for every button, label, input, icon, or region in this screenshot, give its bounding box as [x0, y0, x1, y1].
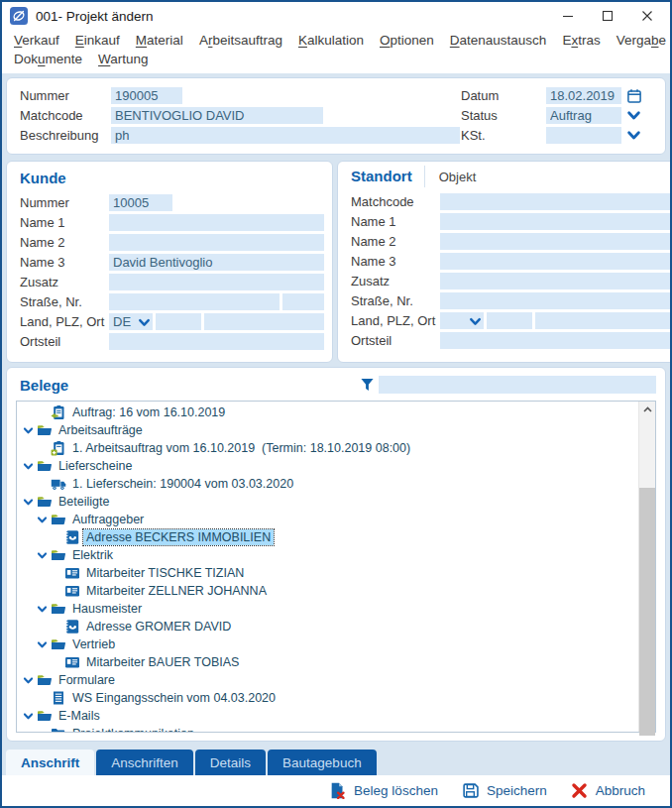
tree-expander[interactable]	[23, 425, 37, 436]
filter-funnel-icon[interactable]	[360, 377, 375, 393]
menu-item[interactable]: Kalkulation	[290, 31, 372, 50]
menu-item[interactable]: Vergabe	[609, 31, 672, 50]
chevron-down-icon[interactable]	[626, 108, 641, 123]
menu-item[interactable]: Einkauf	[67, 31, 128, 50]
tree-item-label: Hausmeister	[69, 601, 145, 617]
tree-item[interactable]: Mitarbeiter TISCHKE TIZIAN	[17, 564, 638, 582]
standort-tab[interactable]: Objekt	[425, 167, 491, 187]
tree-item[interactable]: 1. Arbeitsauftrag vom 16.10.2019 (Termin…	[17, 439, 638, 457]
tree-item[interactable]: Elektrik	[17, 546, 638, 564]
tree-item[interactable]: Mitarbeiter BAUER TOBIAS	[17, 653, 638, 671]
tree-scrollbar[interactable]	[638, 402, 655, 732]
nummer-input[interactable]	[111, 87, 182, 104]
tree-item[interactable]: Adresse GROMER DAVID	[17, 618, 638, 635]
menu-item[interactable]: Arbeitsauftrag	[191, 31, 290, 50]
datum-input[interactable]	[546, 87, 621, 104]
tree-item-icon	[37, 708, 53, 724]
matchcode-input[interactable]	[111, 107, 323, 124]
tree-item[interactable]: Vertrieb	[17, 635, 638, 653]
action-icon	[462, 782, 479, 799]
bottom-tab[interactable]: Bautagebuch	[268, 750, 377, 775]
kunde-strasse-input[interactable]	[109, 293, 280, 310]
kunde-plz-input[interactable]	[156, 313, 201, 330]
kunde-nummer-input[interactable]	[109, 194, 172, 211]
tree-expander[interactable]	[23, 497, 37, 508]
menu-item[interactable]: Material	[128, 31, 191, 50]
menu-item[interactable]: Verkauf	[6, 31, 67, 50]
menu-item[interactable]: Optionen	[372, 31, 442, 50]
scrollbar-thumb[interactable]	[639, 488, 655, 736]
matchcode-label: Matchcode	[20, 108, 111, 123]
action-button[interactable]: Speichern	[462, 782, 547, 799]
standort-name2-input[interactable]	[440, 233, 672, 250]
standort-name3-input[interactable]	[440, 253, 672, 270]
scrollbar-track[interactable]	[639, 418, 655, 715]
minimize-button[interactable]	[561, 9, 575, 23]
tree-expander[interactable]	[37, 515, 51, 525]
tree-item-icon	[51, 636, 66, 652]
standort-tab[interactable]: Standort	[347, 166, 425, 187]
kunde-name3-input[interactable]	[109, 254, 324, 271]
standort-name1-input[interactable]	[440, 213, 672, 230]
bottom-tab[interactable]: Details	[195, 750, 266, 775]
kunde-name1-label: Name 1	[20, 215, 109, 230]
tree-expander[interactable]	[37, 639, 51, 650]
tree-item[interactable]: Arbeitsaufträge	[17, 421, 638, 439]
tree-expander[interactable]	[23, 675, 37, 686]
tree-item[interactable]: 1. Lieferschein: 190004 vom 03.03.2020	[17, 475, 638, 493]
scroll-up-icon[interactable]	[639, 402, 655, 418]
kunde-land-select[interactable]	[109, 313, 153, 330]
tree-expander[interactable]	[23, 711, 37, 722]
status-select[interactable]	[546, 107, 621, 124]
tree-item[interactable]: Projektkommunikation	[17, 725, 638, 732]
bottom-tab[interactable]: Anschriften	[96, 750, 193, 775]
menu-item[interactable]: Wartung	[90, 50, 157, 68]
action-button[interactable]: Beleg löschen	[329, 782, 438, 799]
chevron-down-icon[interactable]	[626, 128, 641, 143]
menu-item[interactable]: Extras	[554, 31, 608, 50]
tree-item-icon	[37, 422, 53, 438]
tree-item[interactable]: Adresse BECKERS IMMOBILIEN	[17, 528, 638, 546]
kunde-ortsteil-input[interactable]	[109, 333, 324, 350]
tree-item[interactable]: Mitarbeiter ZELLNER JOHANNA	[17, 582, 638, 600]
action-button[interactable]: Abbruch	[571, 782, 645, 799]
tree-item-label: Auftrag: 16 vom 16.10.2019	[69, 404, 228, 420]
standort-ort-input[interactable]	[535, 312, 672, 329]
action-icon	[571, 782, 588, 799]
belege-title: Belege	[20, 377, 68, 394]
belege-filter-input[interactable]	[379, 376, 656, 394]
standort-land-select[interactable]	[440, 312, 484, 329]
tree-item[interactable]: E-Mails	[17, 707, 638, 725]
tree-item[interactable]: Auftrag: 16 vom 16.10.2019	[17, 404, 638, 421]
standort-strasse-input[interactable]	[440, 292, 672, 309]
tree-expander[interactable]	[37, 550, 51, 561]
standort-matchcode-input[interactable]	[440, 193, 672, 210]
tree-expander[interactable]	[37, 604, 51, 615]
standort-ortsteil-input[interactable]	[440, 332, 672, 349]
kunde-name2-input[interactable]	[109, 234, 324, 251]
kst-select[interactable]	[546, 127, 621, 144]
standort-plz-input[interactable]	[487, 312, 532, 329]
bottom-tab[interactable]: Anschrift	[6, 750, 94, 775]
calendar-icon[interactable]	[626, 88, 642, 104]
tree-item[interactable]: Formulare	[17, 671, 638, 689]
standort-zusatz-input[interactable]	[440, 273, 672, 289]
kunde-panel: Kunde Nummer Name 1 Name 2 Name 3 Zusatz…	[6, 161, 333, 363]
tree-item[interactable]: Lieferscheine	[17, 457, 638, 475]
tree-item[interactable]: Hausmeister	[17, 600, 638, 618]
tree-item[interactable]: WS Eingangsschein vom 04.03.2020	[17, 689, 638, 707]
menu-item[interactable]: Dokumente	[6, 50, 90, 68]
menu-item[interactable]: Datenaustausch	[442, 31, 555, 50]
kunde-zusatz-input[interactable]	[109, 274, 324, 290]
close-button[interactable]	[640, 9, 654, 23]
beschreibung-input[interactable]	[111, 127, 460, 144]
kunde-ort-input[interactable]	[204, 313, 324, 330]
tree-item[interactable]: Auftraggeber	[17, 511, 638, 528]
tree-expander[interactable]	[23, 461, 37, 472]
tree-item[interactable]: Beteiligte	[17, 493, 638, 511]
status-label: Status	[461, 108, 546, 123]
kunde-name1-input[interactable]	[109, 214, 324, 231]
tree-item-icon	[64, 565, 80, 581]
maximize-button[interactable]	[601, 9, 615, 23]
kunde-hausnummer-input[interactable]	[282, 293, 324, 310]
